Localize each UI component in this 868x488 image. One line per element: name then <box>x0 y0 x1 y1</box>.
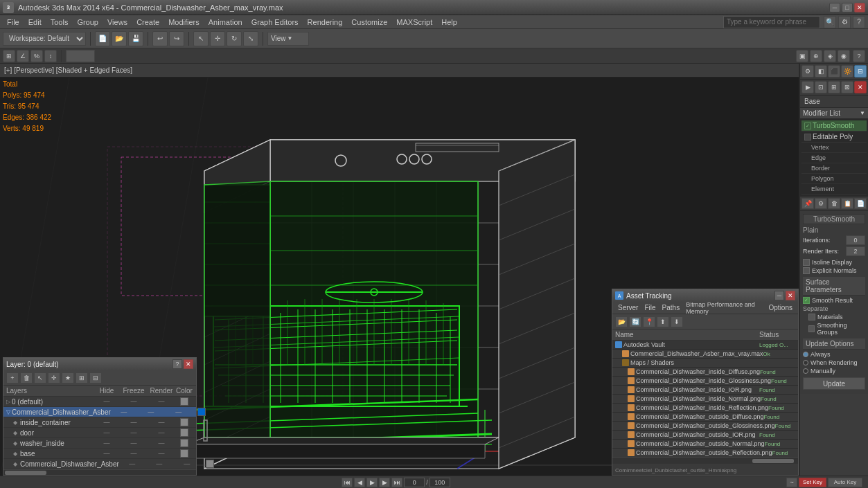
set-key-btn[interactable]: Set Key <box>799 478 826 487</box>
ref-coord-dropdown[interactable]: View ▼ <box>267 32 309 46</box>
frame-input[interactable] <box>404 478 425 487</box>
asset-tb-3[interactable]: 📍 <box>643 316 655 327</box>
asset-close-btn[interactable]: ✕ <box>786 291 795 300</box>
layer-commercial-2-color[interactable] <box>206 460 214 468</box>
mod-element[interactable]: Element <box>801 184 867 195</box>
layer-default-color[interactable] <box>180 397 188 406</box>
layers-new-btn[interactable]: + <box>6 372 19 383</box>
layers-collapse-btn[interactable]: ⊟ <box>89 372 102 383</box>
modifier-turbosmooth[interactable]: ✓ TurboSmooth <box>801 120 867 132</box>
workspace-dropdown[interactable]: Workspace: Default <box>3 32 86 46</box>
snap-toggle[interactable]: ⊞ <box>3 50 15 62</box>
search-input[interactable] <box>723 16 820 28</box>
snap-right-1[interactable]: ▣ <box>796 50 808 62</box>
settings-btn[interactable]: ⚙ <box>838 16 851 28</box>
asset-row-tex7[interactable]: Commercial_Dishwasher_outside_Glossiness… <box>612 422 798 431</box>
asset-menu-server[interactable]: Server <box>615 302 641 313</box>
layers-select-btn[interactable]: ↖ <box>34 372 46 383</box>
asset-tb-2[interactable]: 🔄 <box>629 316 641 327</box>
snap-right-3[interactable]: ◈ <box>824 50 836 62</box>
asset-list[interactable]: Autodesk Vault Logged O... Commercial_Di… <box>612 341 798 457</box>
layer-row-default[interactable]: ▷ 0 (default) — — — <box>3 397 196 407</box>
asset-row-maps[interactable]: Maps / Shaders <box>612 359 798 368</box>
mini-curve-editor[interactable]: ~ <box>786 478 797 487</box>
layer-row-commercial[interactable]: ▽ Commercial_Dishwasher_Asber — — — <box>3 407 196 417</box>
rotate-btn[interactable]: ↻ <box>227 31 242 46</box>
mod-pin-btn[interactable]: 📌 <box>801 198 814 209</box>
menu-maxscript[interactable]: MAXScript <box>392 17 436 28</box>
undo-btn[interactable]: ↩ <box>152 31 168 46</box>
menu-file[interactable]: File <box>3 17 24 28</box>
asset-row-tex1[interactable]: Commercial_Dishwasher_inside_Diffuse.png… <box>612 368 798 377</box>
panel-icon-3[interactable]: ⬛ <box>828 65 840 78</box>
named-selection[interactable] <box>66 50 95 62</box>
asset-row-tex4[interactable]: Commercial_Dishwasher_inside_Normal.png … <box>612 395 798 404</box>
smoothing-groups-checkbox[interactable] <box>808 325 815 332</box>
asset-menu-options[interactable]: Options <box>766 302 795 313</box>
snap-right-4[interactable]: ◉ <box>838 50 850 62</box>
mod-polygon[interactable]: Polygon <box>801 174 867 184</box>
panel-icon-7[interactable]: ⊡ <box>815 81 827 93</box>
asset-minimize-btn[interactable]: ─ <box>774 291 784 300</box>
mod-copy-btn[interactable]: 📋 <box>841 198 853 209</box>
when-rendering-radio[interactable] <box>803 360 808 365</box>
snap-right-2[interactable]: ⊕ <box>810 50 822 62</box>
panel-icon-5[interactable]: ⊟ <box>854 65 867 78</box>
auto-key-btn[interactable]: Auto Key <box>828 478 862 487</box>
maximize-btn[interactable]: □ <box>842 3 853 12</box>
isoline-checkbox[interactable] <box>803 259 810 266</box>
asset-tb-1[interactable]: 📂 <box>615 316 628 327</box>
menu-animation[interactable]: Animation <box>204 17 247 28</box>
layer-row-commercial-2[interactable]: ◆ Commercial_Dishwasher_Asber — — — <box>3 459 196 469</box>
layer-commercial-color[interactable] <box>197 408 206 416</box>
manually-radio[interactable] <box>803 368 808 374</box>
layers-help-btn[interactable]: ? <box>172 359 182 369</box>
layer-row-washer[interactable]: ◆ washer_inside — — — <box>3 438 196 449</box>
percent-snap[interactable]: % <box>30 50 43 62</box>
menu-modifiers[interactable]: Modifiers <box>164 17 204 28</box>
panel-icon-9[interactable]: ⊠ <box>841 81 853 93</box>
layers-move-btn[interactable]: ✛ <box>48 372 60 383</box>
angle-snap[interactable]: ∠ <box>17 50 29 62</box>
anim-play[interactable]: ▶ <box>366 478 378 487</box>
menu-edit[interactable]: Edit <box>24 17 46 28</box>
mod-vertex[interactable]: Vertex <box>801 143 867 153</box>
asset-row-tex3[interactable]: Commercial_Dishwasher_inside_IOR.png Fou… <box>612 386 798 395</box>
turbosmooth-check[interactable]: ✓ <box>804 123 811 129</box>
scale-btn[interactable]: ⤡ <box>243 31 258 46</box>
asset-menu-bitmap[interactable]: Bitmap Performance and Memory <box>683 300 765 316</box>
mod-delete-btn[interactable]: 🗑 <box>828 198 840 209</box>
asset-row-tex8[interactable]: Commercial_Dishwasher_outside_IOR.png Fo… <box>612 431 798 440</box>
update-btn[interactable]: Update <box>803 377 865 390</box>
layers-expand-btn[interactable]: ⊞ <box>76 372 88 383</box>
save-btn[interactable]: 💾 <box>128 31 143 46</box>
explicit-checkbox[interactable] <box>803 267 810 274</box>
anim-prev-frame[interactable]: ◀ <box>354 478 365 487</box>
panel-icon-10[interactable]: ✕ <box>854 81 867 93</box>
smooth-result-checkbox[interactable]: ✓ <box>803 297 810 304</box>
menu-create[interactable]: Create <box>132 17 163 28</box>
layer-washer-color[interactable] <box>180 439 188 447</box>
layers-close-btn[interactable]: ✕ <box>184 359 193 369</box>
anim-play-fwd[interactable]: ⏭ <box>391 478 402 487</box>
minimize-btn[interactable]: ─ <box>829 3 840 12</box>
layer-row-door[interactable]: ◆ door — — — <box>3 428 196 438</box>
layer-base-color[interactable] <box>180 449 188 458</box>
layers-delete-btn[interactable]: 🗑 <box>20 372 33 383</box>
open-btn[interactable]: 📂 <box>112 31 127 46</box>
menu-group[interactable]: Group <box>73 17 103 28</box>
render-iters-input[interactable] <box>846 246 865 256</box>
asset-row-tex5[interactable]: Commercial_Dishwasher_inside_Reflection.… <box>612 404 798 413</box>
iterations-input[interactable] <box>846 235 865 245</box>
asset-menu-paths[interactable]: Paths <box>659 302 683 313</box>
close-btn[interactable]: ✕ <box>854 3 865 12</box>
asset-tb-4[interactable]: ⬆ <box>657 316 669 327</box>
help-btn[interactable]: ? <box>853 16 865 28</box>
menu-rendering[interactable]: Rendering <box>303 17 347 28</box>
mod-settings-btn[interactable]: ⚙ <box>815 198 827 209</box>
asset-row-tex10[interactable]: Commercial_Dishwasher_outside_Reflection… <box>612 449 798 457</box>
spinner-snap[interactable]: ↕ <box>44 50 57 62</box>
menu-graph-editors[interactable]: Graph Editors <box>247 17 303 28</box>
asset-tb-5[interactable]: ⬇ <box>671 316 683 327</box>
select-btn[interactable]: ↖ <box>193 31 209 46</box>
